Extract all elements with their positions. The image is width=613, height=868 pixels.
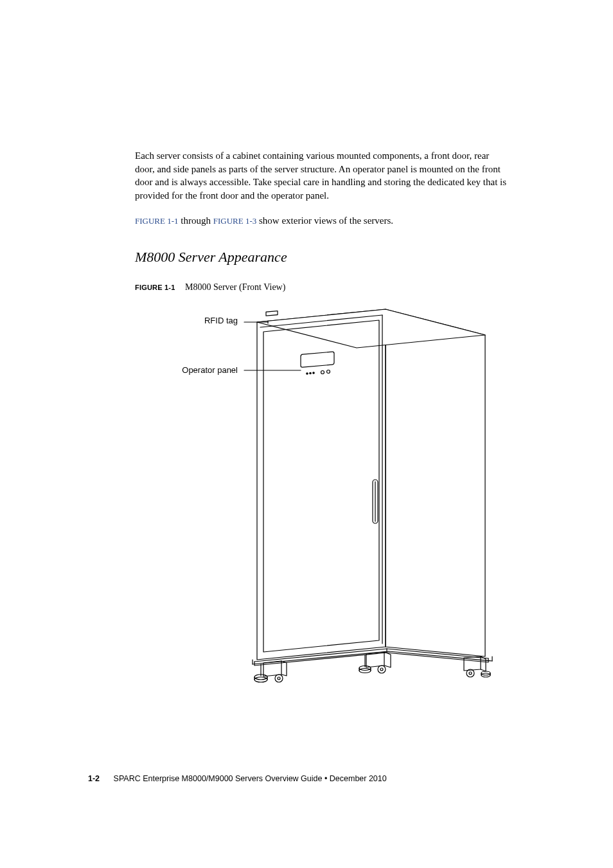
server-cabinet-svg [135,296,508,689]
figure-caption-text: M8000 Server (Front View) [185,282,285,292]
section-heading: M8000 Server Appearance [135,249,508,266]
callout-rfid-tag: RFID tag [167,316,238,325]
after-links-text: show exterior views of the servers. [256,215,393,226]
svg-point-12 [275,674,283,682]
figure-1-1-diagram: RFID tag Operator panel [135,296,508,689]
figure-label: FIGURE 1-1 [135,284,175,291]
svg-point-20 [380,668,383,671]
svg-rect-0 [266,311,278,316]
page-content: Each server consists of a cabinet contai… [135,149,508,689]
svg-point-13 [278,677,280,680]
intro-paragraph: Each server consists of a cabinet contai… [135,149,508,203]
figure-reference-paragraph: FIGURE 1-1 through FIGURE 1-3 show exter… [135,214,508,228]
callout-operator-panel: Operator panel [148,365,238,375]
svg-point-3 [310,373,311,374]
figure-1-3-link[interactable]: FIGURE 1-3 [213,216,257,226]
svg-point-19 [378,665,386,673]
svg-rect-1 [301,352,334,368]
svg-point-4 [313,372,314,374]
connector-text: through [179,215,213,226]
footer-title: SPARC Enterprise M8000/M9000 Servers Ove… [114,774,387,783]
svg-point-6 [327,370,330,374]
svg-point-22 [469,672,472,674]
svg-point-5 [321,371,324,374]
svg-point-2 [306,373,308,374]
page-footer: 1-2 SPARC Enterprise M8000/M9000 Servers… [88,774,387,783]
figure-1-1-link[interactable]: FIGURE 1-1 [135,216,179,226]
figure-caption: FIGURE 1-1 M8000 Server (Front View) [135,282,508,293]
page-number: 1-2 [88,774,100,783]
